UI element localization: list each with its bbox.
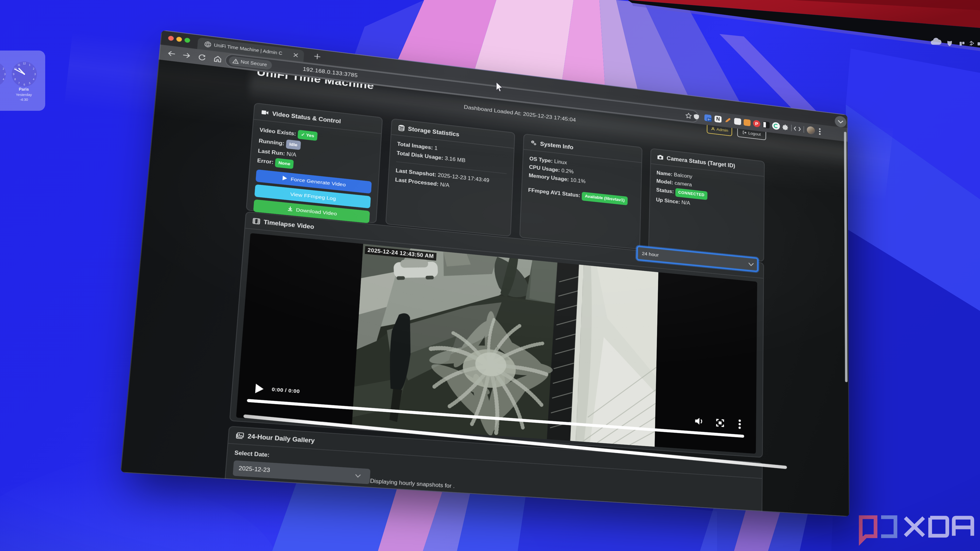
svg-text:1: 1 bbox=[29, 64, 30, 66]
svg-text:11: 11 bbox=[18, 64, 20, 66]
svg-text:3: 3 bbox=[4, 73, 6, 76]
svg-text:6: 6 bbox=[24, 83, 25, 86]
svg-text:2: 2 bbox=[33, 67, 34, 70]
svg-text:Yesterday: Yesterday bbox=[16, 92, 32, 97]
svg-text:3: 3 bbox=[34, 73, 36, 76]
svg-text:12: 12 bbox=[23, 62, 26, 65]
svg-text:9: 9 bbox=[13, 73, 14, 76]
svg-text:7: 7 bbox=[18, 82, 20, 84]
svg-text:2: 2 bbox=[3, 67, 4, 70]
svg-text:4: 4 bbox=[33, 78, 34, 81]
svg-text:-4:30: -4:30 bbox=[20, 97, 28, 102]
svg-text:5: 5 bbox=[29, 82, 30, 84]
svg-text:Paris: Paris bbox=[19, 87, 29, 92]
svg-text:8: 8 bbox=[14, 78, 16, 81]
svg-text:4: 4 bbox=[3, 78, 4, 81]
